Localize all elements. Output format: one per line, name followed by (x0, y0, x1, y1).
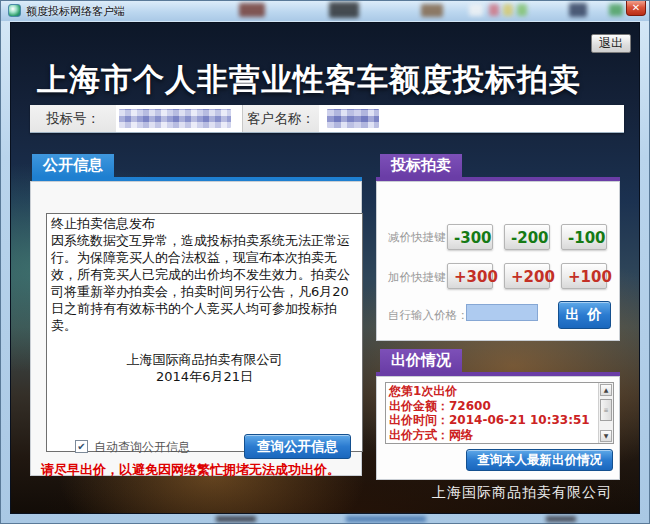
bid-number-label: 投标号： (30, 105, 116, 132)
bid-status-panel: 您第1次出价 出价金额：72600 出价时间：2014-06-21 10:33:… (376, 376, 620, 480)
taskbar-blur-decoration (216, 516, 256, 522)
price-input[interactable] (466, 304, 538, 321)
scroll-up-icon[interactable]: ▲ (600, 384, 612, 396)
app-icon (8, 4, 21, 17)
public-info-panel: 终止拍卖信息发布 因系统数据交互异常，造成投标拍卖系统无法正常运行。为保障竞买人… (30, 181, 362, 476)
auto-query-label: 自动查询公开信息 (94, 439, 190, 456)
bidding-panel: 减价快捷键 -300 -200 -100 加价快捷键 +300 +200 +10… (376, 181, 620, 341)
taskbar-blur-decoration (546, 516, 576, 522)
increase-200-button[interactable]: +200 (504, 263, 550, 289)
scrollbar[interactable]: ▲ ≡ ▼ (598, 383, 613, 443)
customer-name-label: 客户名称： (242, 105, 319, 132)
decrease-300-button[interactable]: -300 (447, 224, 493, 250)
decrease-200-button[interactable]: -200 (504, 224, 550, 250)
app-window: 额度投标网络客户端 ✕ 退出 上海市个人非营业性客车额度投标拍卖 投标号： 客户… (0, 0, 650, 524)
increase-keys-label: 加价快捷键 (388, 270, 446, 285)
bid-number-field (116, 105, 242, 132)
footer-company: 上海国际商品拍卖有限公司 (432, 484, 612, 502)
desktop-blur-decoration (329, 2, 359, 18)
tab-bid-status: 出价情况 (380, 349, 462, 372)
tab-bidding: 投标拍卖 (380, 154, 462, 177)
price-input-label: 自行输入价格： (388, 308, 469, 323)
scrollbar-thumb[interactable]: ≡ (600, 399, 612, 421)
query-latest-bid-button[interactable]: 查询本人最新出价情况 (466, 449, 613, 471)
bid-status-line: 出价方式：网络 (389, 428, 596, 443)
close-icon: ✕ (632, 2, 640, 13)
customer-name-field (319, 105, 624, 132)
increase-100-button[interactable]: +100 (561, 263, 607, 289)
desktop-blur-decoration (609, 4, 623, 16)
desktop-blur-decoration (469, 4, 483, 16)
auto-query-checkbox[interactable]: ✔ (75, 440, 88, 453)
checkbox-check-icon: ✔ (77, 441, 85, 452)
desktop-blur-decoration (517, 4, 527, 16)
close-button[interactable]: ✕ (626, 1, 646, 16)
desktop-blur-decoration (489, 4, 499, 16)
notice-body: 因系统数据交互异常，造成投标拍卖系统无法正常运行。为保障竞买人的合法权益，现宣布… (51, 232, 358, 334)
bid-status-textarea[interactable]: 您第1次出价 出价金额：72600 出价时间：2014-06-21 10:33:… (385, 382, 614, 444)
bid-number-value-redacted (119, 109, 231, 128)
page-title: 上海市个人非营业性客车额度投标拍卖 (37, 59, 637, 101)
bid-status-line: 您第1次出价 (389, 384, 596, 399)
taskbar-blur-decoration (346, 516, 426, 522)
notice-title: 终止拍卖信息发布 (51, 215, 358, 232)
id-bar: 投标号： 客户名称： (30, 105, 624, 133)
desktop-blur-decoration (503, 4, 513, 16)
public-info-textarea[interactable]: 终止拍卖信息发布 因系统数据交互异常，造成投标拍卖系统无法正常运行。为保障竞买人… (46, 213, 363, 452)
query-public-info-button[interactable]: 查询公开信息 (244, 434, 351, 459)
notice-company: 上海国际商品拍卖有限公司 (51, 351, 358, 368)
bid-status-line: 出价金额：72600 (389, 399, 596, 414)
bid-early-warning: 请尽早出价，以避免因网络繁忙拥堵无法成功出价。 (41, 461, 340, 479)
tab-public-info: 公开信息 (32, 154, 114, 177)
increase-300-button[interactable]: +300 (447, 263, 493, 289)
bid-button[interactable]: 出 价 (558, 301, 611, 329)
decrease-keys-label: 减价快捷键 (388, 230, 446, 245)
scroll-down-icon[interactable]: ▼ (600, 430, 612, 442)
desktop-blur-decoration (239, 3, 265, 17)
bid-status-line: 出价时间：2014-06-21 10:33:51 (389, 413, 596, 428)
desktop-blur-decoration (569, 3, 587, 17)
notice-date: 2014年6月21日 (51, 368, 358, 385)
customer-name-value-redacted (327, 109, 379, 128)
desktop-blur-decoration (421, 4, 443, 17)
exit-button[interactable]: 退出 (591, 34, 631, 53)
decrease-100-button[interactable]: -100 (561, 224, 607, 250)
window-title: 额度投标网络客户端 (26, 4, 125, 19)
main-content: 退出 上海市个人非营业性客车额度投标拍卖 投标号： 客户名称： 公开信息 终止拍… (10, 22, 640, 514)
titlebar: 额度投标网络客户端 ✕ (1, 1, 649, 21)
